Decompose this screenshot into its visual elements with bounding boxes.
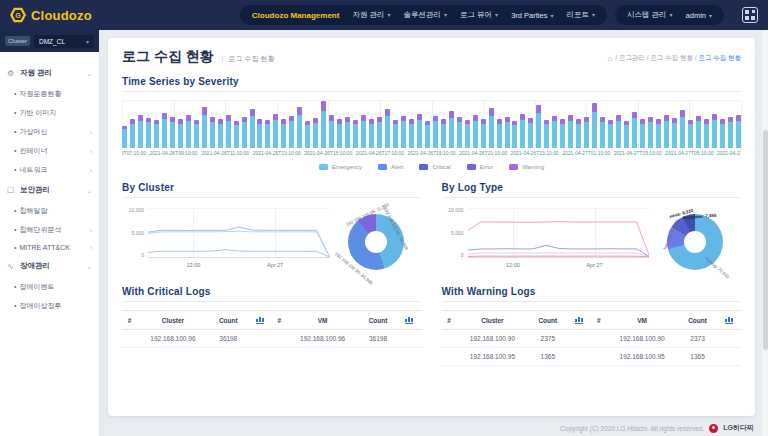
severity-bar [680, 110, 685, 148]
legend-label: Error [480, 164, 493, 170]
severity-bar [329, 115, 334, 148]
severity-bar [441, 119, 446, 148]
severity-bar [401, 116, 406, 148]
nav-item-0[interactable]: Cloudozo Management [252, 11, 340, 20]
bar-chart-icon[interactable] [256, 317, 264, 324]
bar-body [481, 124, 486, 148]
bar-body [194, 124, 199, 148]
legend-item-critical[interactable]: Critical [419, 164, 450, 170]
sidebar-item-2-1[interactable]: •장애이상징후 [0, 296, 99, 315]
severity-bar [210, 117, 215, 148]
by-cluster-donut-chart[interactable]: 192.168.100.95: 46,968192.168.100.90: 45… [348, 214, 404, 270]
col-header-chart-7 [397, 311, 421, 330]
nav-item-3[interactable]: 로그 뷰어▾ [460, 10, 498, 20]
donut-label: keystone: 7,455 [683, 213, 717, 220]
bullet-icon: • [14, 166, 16, 173]
warning-logs-table: #ClusterCount#VMCount192.168.100.9023751… [442, 310, 742, 366]
severity-bar [289, 116, 294, 148]
sidebar-section-1[interactable]: ☐보안관리⌄ [0, 179, 99, 201]
chevron-right-icon: › [90, 148, 92, 154]
sidebar-item-1-0[interactable]: •침해알람 [0, 201, 99, 220]
donut-label: haproxy: 13,402 [662, 219, 680, 251]
bar-body [385, 116, 390, 148]
sidebar-item-0-3[interactable]: •컨테이너› [0, 141, 99, 160]
bar-body [568, 121, 573, 148]
breadcrumb-item[interactable]: 로그 수집 현황 [650, 54, 693, 61]
bar-body [361, 121, 366, 148]
severity-bar [361, 115, 366, 148]
legend-swatch [419, 164, 428, 170]
y-tick-label: 10,000 [448, 208, 463, 213]
bullet-icon: • [14, 128, 16, 135]
bar-chart-icon[interactable] [575, 317, 583, 324]
table-cell: 1365 [678, 348, 717, 366]
bullet-icon: • [14, 207, 16, 214]
breadcrumb: ⌂ / 로그관리 / 로그 수집 현황 / 로그 수집 현황 [608, 54, 741, 63]
legend-item-error[interactable]: Error [467, 164, 493, 170]
sidebar-item-1-1[interactable]: •침해단위분석› [0, 220, 99, 239]
severity-bar [505, 117, 510, 148]
severity-bar [425, 121, 430, 148]
bar-cap [250, 109, 255, 116]
donut-label: rsyslog: 70,915 [705, 255, 731, 279]
col-header-count-2: Count [528, 311, 567, 330]
footer: Copyright (C) 2020 LG Hitachi. All right… [560, 423, 754, 433]
bar-body [226, 121, 231, 148]
sidebar-item-0-4[interactable]: •네트워크› [0, 160, 99, 179]
severity-bar [696, 116, 701, 148]
cluster-select[interactable]: DMZ_CL ▾ [34, 35, 94, 48]
x-tick-label: 12:00 [506, 262, 520, 268]
nav-item-1[interactable]: 자원 관리▾ [352, 10, 390, 20]
by-cluster-line-chart[interactable]: 12:00Apr 27 [148, 208, 330, 258]
severity-bar [536, 105, 541, 148]
sidebar-section-0[interactable]: ⚙자원 관리⌄ [0, 62, 99, 84]
table-cell [591, 348, 606, 366]
apps-grid-icon[interactable] [742, 7, 758, 23]
footer-brand: LG히다찌 [723, 423, 754, 433]
nav-item-right-1[interactable]: admin▾ [686, 11, 712, 20]
sidebar-item-0-1[interactable]: •기반 이미지 [0, 103, 99, 122]
sidebar-item-2-0[interactable]: •장애이벤트 [0, 277, 99, 296]
bar-body [640, 124, 645, 148]
sidebar-item-0-0[interactable]: •자원운용현황 [0, 84, 99, 103]
legend-item-alert[interactable]: Alert [378, 164, 403, 170]
x-tick-label: 2021-04-26T17:10:00 [356, 150, 404, 156]
x-tick-label: 2021-04-26T07:10:00 [122, 150, 146, 156]
nav-item-right-0[interactable]: 시스템 관리▾ [627, 10, 673, 20]
table-cell [272, 330, 287, 348]
gear-icon: ⚙ [7, 69, 16, 78]
content-card: 로그 수집 현황 |로그 수집 현황 ⌂ / 로그관리 / 로그 수집 현황 /… [108, 38, 755, 416]
timeseries-x-axis: 2021-04-26T07:10:002021-04-26T09:10:0020… [122, 150, 741, 157]
bar-chart-icon[interactable] [405, 317, 413, 324]
col-header-vm-5: VM [287, 311, 359, 330]
breadcrumb-item[interactable]: 로그관리 [619, 54, 645, 61]
severity-bar [353, 120, 358, 148]
bar-body [393, 124, 398, 148]
main-area: 로그 수집 현황 |로그 수집 현황 ⌂ / 로그관리 / 로그 수집 현황 /… [100, 30, 768, 436]
nav-item-5[interactable]: 리포트▾ [566, 10, 595, 20]
bullet-icon: • [14, 244, 16, 251]
bar-body [552, 121, 557, 148]
col-header-vm-5: VM [606, 311, 678, 330]
by-log-type-line-chart[interactable]: 12:00Apr 27 [468, 208, 650, 258]
scrollbar-thumb[interactable] [763, 130, 768, 350]
by-log-type-donut-chart[interactable]: rsyslog: 70,915haproxy: 13,402nova: 8,31… [667, 214, 723, 270]
bar-chart-icon[interactable] [725, 317, 733, 324]
page-scrollbar[interactable] [761, 30, 768, 436]
bullet-icon: • [14, 90, 16, 97]
sidebar-section-2[interactable]: ∿장애관리⌄ [0, 255, 99, 277]
nav-item-2[interactable]: 솔루션관리▾ [404, 10, 448, 20]
home-icon[interactable]: ⌂ [608, 54, 613, 63]
sidebar-item-1-2[interactable]: •MITRE ATT&CK› [0, 239, 99, 255]
nav-item-4[interactable]: 3rd Parties▾ [511, 11, 553, 20]
severity-bar [632, 112, 637, 148]
sidebar-item-0-2[interactable]: •가상머신› [0, 122, 99, 141]
bar-body [576, 124, 581, 148]
timeseries-chart[interactable] [122, 100, 741, 148]
sidebar-item-label: 네트워크 [19, 165, 47, 175]
legend-item-warning[interactable]: Warning [509, 164, 544, 170]
bar-body [608, 124, 613, 148]
legend-item-emergency[interactable]: Emergency [319, 164, 362, 170]
brand[interactable]: G Cloudozo [10, 7, 92, 23]
table-cell [591, 330, 606, 348]
